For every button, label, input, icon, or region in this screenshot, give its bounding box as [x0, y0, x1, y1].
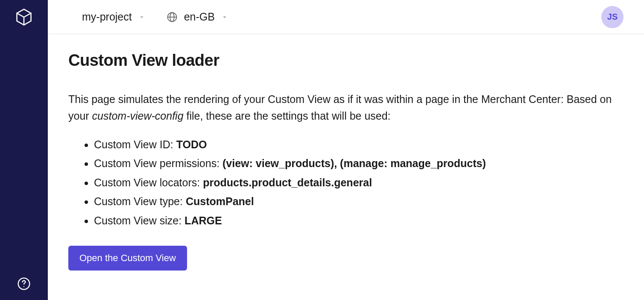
main-area: my-project en-GB JS Custom View load: [48, 0, 644, 300]
setting-label: Custom View ID:: [94, 138, 176, 150]
topbar: my-project en-GB JS: [48, 0, 644, 34]
setting-label: Custom View locators:: [94, 176, 203, 188]
help-icon[interactable]: [17, 277, 31, 292]
globe-icon: [166, 11, 178, 23]
setting-value: (view: view_products), (manage: manage_p…: [222, 157, 486, 169]
setting-value: TODO: [176, 138, 207, 150]
intro-text: This page simulates the rendering of you…: [68, 91, 624, 124]
setting-label: Custom View type:: [94, 195, 186, 207]
setting-value: CustomPanel: [186, 195, 254, 207]
chevron-down-icon: [221, 13, 228, 21]
list-item: Custom View locators: products.product_d…: [94, 174, 624, 192]
setting-value: LARGE: [184, 215, 222, 226]
setting-label: Custom View permissions:: [94, 157, 222, 169]
open-custom-view-button[interactable]: Open the Custom View: [68, 246, 187, 271]
locale-selector[interactable]: en-GB: [166, 11, 228, 23]
setting-value: products.product_details.general: [203, 176, 372, 188]
sidebar: [0, 0, 48, 300]
intro-suffix: file, these are the settings that will b…: [184, 110, 391, 122]
settings-list: Custom View ID: TODO Custom View permiss…: [68, 135, 624, 230]
avatar-initials: JS: [607, 12, 618, 22]
intro-filename: custom-view-config: [92, 110, 184, 122]
locale-label: en-GB: [184, 11, 215, 23]
svg-point-1: [23, 286, 24, 287]
avatar[interactable]: JS: [601, 6, 624, 28]
list-item: Custom View ID: TODO: [94, 135, 624, 154]
list-item: Custom View size: LARGE: [94, 212, 624, 230]
chevron-down-icon: [138, 13, 146, 21]
list-item: Custom View type: CustomPanel: [94, 192, 624, 211]
project-selector[interactable]: my-project: [82, 11, 146, 23]
page-title: Custom View loader: [68, 51, 624, 70]
setting-label: Custom View size:: [94, 215, 184, 226]
list-item: Custom View permissions: (view: view_pro…: [94, 154, 624, 173]
project-name: my-project: [82, 11, 132, 23]
cube-logo-icon[interactable]: [15, 8, 33, 28]
page-content: Custom View loader This page simulates t…: [48, 34, 644, 288]
